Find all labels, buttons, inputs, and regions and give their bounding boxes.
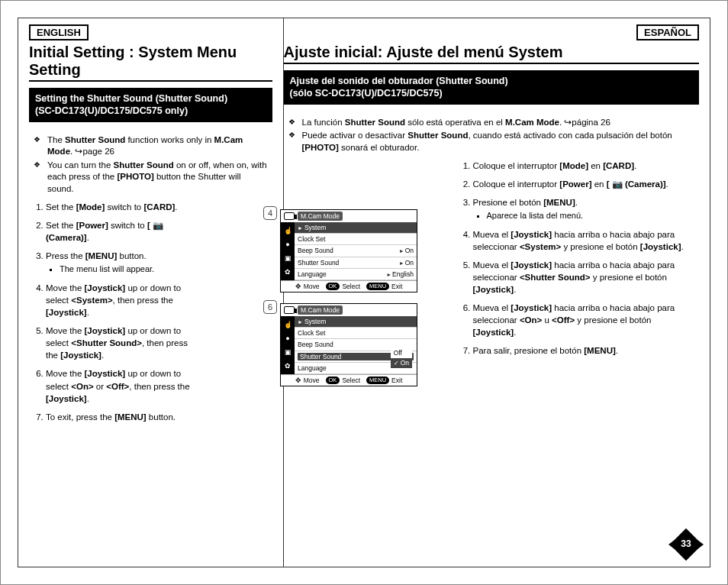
step: Set the [Mode] switch to [CARD]. — [46, 201, 205, 213]
step: Press the [MENU] button. The menu list w… — [46, 250, 205, 275]
osd-footer: ✥Move OKSelect MENUExit — [281, 374, 417, 386]
menu-pill: MENU — [366, 377, 389, 384]
step: Mueva el [Joystick] hacia arriba o hacia… — [473, 228, 700, 253]
ok-pill: OK — [326, 283, 340, 290]
step: Para salir, presione el botón [MENU]. — [473, 344, 700, 357]
tape-icon: ▣ — [285, 349, 292, 356]
step: Coloque el interruptor [Power] en [ 📷 (C… — [473, 178, 700, 190]
note-item: You can turn the Shutter Sound on or off… — [43, 160, 269, 196]
language-badge-es: ESPAÑOL — [636, 24, 699, 40]
osd-popup: Off On — [391, 348, 412, 368]
lcd-screenshot-6: 6 M.Cam Mode ☝●▣✿ System Clock Set Bee — [280, 303, 433, 386]
step: Mueva el [Joystick] hacia arriba o hacia… — [473, 259, 700, 296]
osd-menu: System Clock Set Beep SoundOn Shutter So… — [295, 222, 417, 280]
step: Presione el botón [MENU]. Aparece la lis… — [473, 196, 700, 221]
move-icon: ✥ — [295, 377, 301, 384]
substep: The menu list will appear. — [60, 263, 200, 275]
lcd-screenshots: 4 M.Cam Mode ☝●▣✿ System Clock Set Bee — [280, 209, 433, 397]
section-box-en: Setting the Shutter Sound (Shutter Sound… — [29, 88, 272, 122]
mode-label: M.Cam Mode — [298, 305, 343, 315]
popup-option-on: On — [391, 358, 412, 368]
language-badge-en: ENGLISH — [29, 24, 89, 40]
column-english: ENGLISH Initial Setting : System Menu Se… — [18, 18, 283, 567]
osd-side-icons: ☝●▣✿ — [281, 222, 295, 280]
step: Move the [Joystick] up or down to select… — [46, 325, 205, 361]
step: Set the [Power] switch to [ 📷 (Camera)]. — [46, 219, 205, 244]
page-title-es: Ajuste inicial: Ajuste del menú System — [284, 44, 700, 64]
steps-en: Set the [Mode] switch to [CARD]. Set the… — [29, 201, 205, 423]
section-title-en: Setting the Shutter Sound (Shutter Sound… — [31, 89, 271, 121]
gear-icon: ✿ — [285, 363, 291, 370]
step: Move the [Joystick] up or down to select… — [46, 282, 205, 318]
section-box-es: Ajuste del sonido del obturador (Shutter… — [284, 70, 700, 105]
page-number-badge: 33 — [670, 528, 702, 561]
step-number-badge: 4 — [263, 206, 277, 220]
osd-side-icons: ☝●▣✿ — [281, 316, 295, 374]
manual-page: ENGLISH Initial Setting : System Menu Se… — [0, 0, 728, 585]
osd-footer: ✥Move OKSelect MENUExit — [281, 280, 417, 292]
note-item: Puede activar o desactivar Shutter Sound… — [298, 130, 697, 154]
substep: Aparece la lista del menú. — [487, 210, 695, 221]
note-item: La función Shutter Sound sólo está opera… — [298, 117, 697, 129]
steps-es: Coloque el interruptor [Mode] en [CARD].… — [456, 160, 700, 357]
mode-label: M.Cam Mode — [298, 212, 343, 221]
notes-en: The Shutter Sound function works only in… — [29, 130, 272, 202]
step: Move the [Joystick] up or down to select… — [46, 367, 205, 404]
disc-icon: ● — [285, 241, 289, 248]
notes-es: La función Shutter Sound sólo está opera… — [284, 112, 700, 160]
page-title-en: Initial Setting : System Menu Setting — [29, 44, 272, 82]
gear-icon: ✿ — [285, 269, 291, 276]
move-icon: ✥ — [295, 283, 301, 290]
ok-pill: OK — [326, 377, 340, 384]
disc-icon: ● — [285, 335, 289, 342]
tape-icon: ▣ — [285, 255, 292, 262]
note-item: The Shutter Sound function works only in… — [43, 134, 269, 158]
popup-option-off: Off — [391, 348, 412, 358]
section-title-es: Ajuste del sonido del obturador (Shutter… — [285, 72, 698, 103]
step: Coloque el interruptor [Mode] en [CARD]. — [473, 160, 700, 172]
step: Mueva el [Joystick] hacia arriba o hacia… — [473, 302, 700, 338]
step: To exit, press the [MENU] button. — [46, 411, 205, 423]
camera-icon — [284, 212, 295, 220]
camera-icon — [284, 306, 295, 314]
lcd-screenshot-4: 4 M.Cam Mode ☝●▣✿ System Clock Set Bee — [280, 209, 433, 292]
step-number-badge: 6 — [263, 300, 277, 314]
menu-pill: MENU — [366, 283, 389, 290]
hand-icon: ☝ — [284, 228, 292, 234]
hand-icon: ☝ — [284, 322, 292, 328]
